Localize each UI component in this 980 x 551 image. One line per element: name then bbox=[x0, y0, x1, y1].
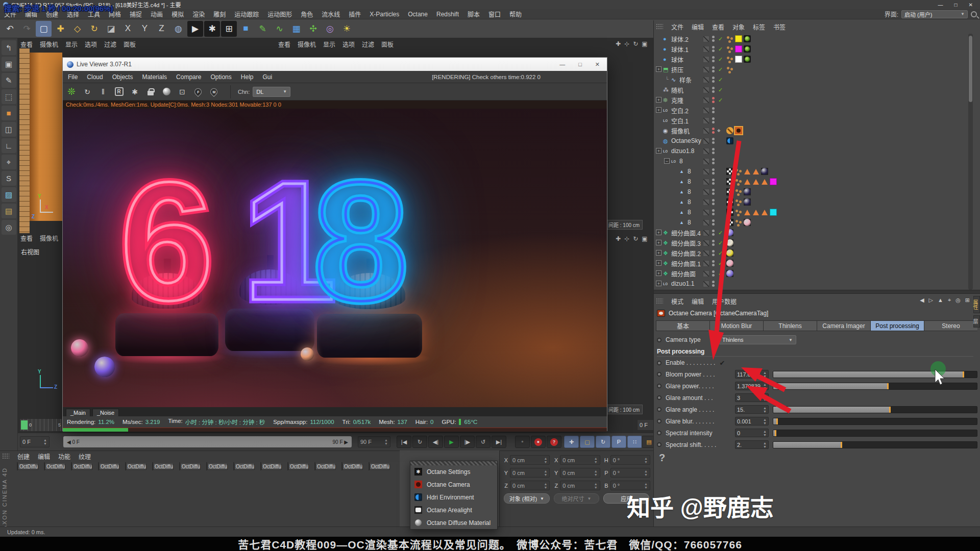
coordinate-input[interactable]: 0 cm▲▼ bbox=[510, 455, 550, 465]
editor-visibility-toggle[interactable] bbox=[703, 87, 709, 93]
toolbar-button[interactable]: ◎ bbox=[322, 21, 338, 37]
expand-toggle-icon[interactable] bbox=[664, 77, 670, 82]
visibility-dots[interactable] bbox=[712, 97, 715, 99]
object-name[interactable]: dizuo1.1 bbox=[671, 279, 694, 289]
editor-visibility-toggle[interactable] bbox=[703, 230, 709, 236]
object-row[interactable]: ▲ 8 bbox=[654, 217, 967, 228]
window-control-button[interactable]: ✕ bbox=[969, 2, 973, 8]
visibility-dots[interactable] bbox=[712, 36, 715, 38]
editor-visibility-toggle[interactable] bbox=[703, 168, 709, 175]
live-viewer-menu-item[interactable]: Compare bbox=[176, 73, 201, 81]
visibility-dots[interactable] bbox=[712, 138, 715, 140]
object-row[interactable]: ▲ 8 bbox=[654, 166, 967, 177]
object-name[interactable]: 8 bbox=[688, 187, 691, 197]
palette-tool-button[interactable]: S bbox=[2, 171, 16, 186]
palette-tool-button[interactable]: ▨ bbox=[2, 187, 16, 202]
object-tag[interactable] bbox=[744, 198, 751, 206]
menu-tearoff-strip[interactable] bbox=[410, 461, 497, 465]
material-swatch[interactable]: OctDiffu bbox=[152, 463, 178, 470]
editor-visibility-toggle[interactable] bbox=[703, 270, 709, 277]
slider-handle[interactable] bbox=[887, 383, 889, 389]
menu-item[interactable]: 运动跟踪 bbox=[234, 10, 259, 18]
expand-toggle-icon[interactable] bbox=[656, 107, 662, 113]
stepper-icon[interactable]: ▲▼ bbox=[763, 371, 767, 378]
menu-item[interactable]: 流水线 bbox=[322, 10, 340, 18]
viewport-menu-item[interactable]: 选项 bbox=[342, 40, 355, 48]
object-tag[interactable] bbox=[726, 239, 733, 246]
side-tab[interactable]: 层 bbox=[973, 315, 980, 328]
end-frame-field[interactable]: 90 F▲▼ bbox=[358, 436, 390, 447]
object-tag[interactable] bbox=[726, 178, 733, 185]
material-name[interactable]: OctDiffu bbox=[207, 464, 228, 470]
playback-button[interactable]: |◀ bbox=[397, 436, 411, 448]
editor-visibility-toggle[interactable] bbox=[703, 260, 709, 267]
expand-toggle-icon[interactable] bbox=[656, 128, 662, 133]
expand-toggle-icon[interactable] bbox=[656, 36, 662, 41]
settings-gear-icon[interactable]: ✱ bbox=[130, 88, 139, 96]
editor-visibility-toggle[interactable] bbox=[703, 281, 709, 287]
object-manager-menu-item[interactable]: 书签 bbox=[773, 22, 786, 31]
editor-visibility-toggle[interactable] bbox=[703, 97, 709, 104]
playback-button[interactable]: ◀| bbox=[428, 436, 443, 448]
palette-tool-button[interactable]: ▣ bbox=[2, 57, 16, 71]
object-tag[interactable] bbox=[735, 178, 742, 185]
visibility-dots[interactable] bbox=[712, 230, 715, 232]
parameter-value-field[interactable]: 1.370839▲▼ bbox=[735, 382, 769, 390]
playback-button[interactable]: ▶| bbox=[492, 436, 506, 448]
object-name[interactable]: 克隆 bbox=[671, 95, 683, 105]
material-name[interactable]: OctDiffu bbox=[288, 464, 309, 470]
parameter-slider[interactable] bbox=[773, 406, 977, 413]
visibility-dots[interactable] bbox=[712, 46, 715, 48]
object-tag[interactable] bbox=[744, 188, 751, 195]
octane-menu-item[interactable]: Octane Arealight bbox=[410, 504, 497, 516]
toolbar-button[interactable]: ▶ bbox=[187, 21, 203, 37]
attribute-menu-item[interactable]: 编辑 bbox=[692, 297, 704, 306]
enable-check[interactable]: ✓ bbox=[718, 54, 723, 64]
attribute-tab[interactable]: Stereo bbox=[924, 320, 977, 331]
parameter-value-field[interactable]: 2.▲▼ bbox=[735, 440, 769, 449]
coordinate-mode-dropdown[interactable]: 对象 (相对)▼ bbox=[504, 493, 550, 504]
viewport-menu-item[interactable]: 查看 bbox=[20, 234, 33, 242]
expand-toggle-icon[interactable] bbox=[656, 87, 662, 92]
object-tag[interactable] bbox=[744, 178, 751, 185]
object-name[interactable]: 球体.2 bbox=[671, 34, 689, 44]
timeline-slider[interactable]: ◀ 0 F 90 F ▶ bbox=[63, 436, 352, 447]
slider-handle[interactable] bbox=[963, 371, 964, 378]
editor-visibility-toggle[interactable] bbox=[703, 77, 709, 83]
object-name[interactable]: 细分曲面.2 bbox=[671, 248, 701, 258]
expand-toggle-icon[interactable] bbox=[672, 219, 678, 225]
viewport-menu-item[interactable]: 摄像机 bbox=[298, 40, 316, 48]
visibility-dots[interactable] bbox=[712, 128, 715, 130]
stepper-icon[interactable]: ▲▼ bbox=[384, 438, 388, 445]
live-viewer-menu-item[interactable]: Cloud bbox=[87, 73, 103, 81]
object-row[interactable]: L0 dizuo1.1 bbox=[654, 279, 967, 289]
object-name[interactable]: OctaneSky bbox=[671, 136, 701, 146]
animation-dot-icon[interactable] bbox=[657, 419, 662, 423]
visibility-dots[interactable] bbox=[712, 87, 715, 89]
window-control-button[interactable]: ✕ bbox=[595, 61, 600, 68]
size-mode-dropdown[interactable]: 绝对尺寸▼ bbox=[554, 493, 600, 504]
parameter-slider[interactable] bbox=[773, 371, 977, 378]
expand-toggle-icon[interactable] bbox=[672, 179, 678, 184]
attribute-toolbar-icon[interactable]: ▲ bbox=[938, 297, 943, 304]
window-control-button[interactable]: □ bbox=[578, 61, 582, 68]
toolbar-button[interactable]: ✱ bbox=[204, 21, 220, 37]
material-swatch[interactable]: OctDiffu bbox=[233, 463, 259, 470]
object-row[interactable]: ● 球体.1 ✓ bbox=[654, 44, 967, 54]
object-name[interactable]: 空白.2 bbox=[671, 105, 689, 115]
stepper-icon[interactable]: ▲▼ bbox=[763, 383, 767, 390]
toolbar-button[interactable]: ✣ bbox=[305, 21, 321, 37]
rotation-input[interactable]: 0 °▲▼ bbox=[610, 455, 650, 465]
expand-toggle-icon[interactable] bbox=[672, 189, 678, 194]
viewport-nav-icon[interactable]: ✚ bbox=[616, 40, 621, 47]
visibility-dots[interactable] bbox=[712, 77, 715, 79]
object-name[interactable]: 细分曲面.1 bbox=[671, 258, 701, 268]
palette-tool-button[interactable]: ◫ bbox=[2, 122, 16, 137]
visibility-dots[interactable] bbox=[712, 189, 715, 191]
toolbar-button[interactable]: Z bbox=[154, 21, 169, 37]
parameter-value-field[interactable]: 15.▲▼ bbox=[735, 405, 769, 414]
viewport-menu-item[interactable]: 摄像机 bbox=[40, 40, 58, 48]
object-tag[interactable] bbox=[726, 66, 733, 73]
editor-visibility-toggle[interactable] bbox=[703, 66, 709, 73]
toolbar-button[interactable]: ∿ bbox=[272, 21, 287, 37]
